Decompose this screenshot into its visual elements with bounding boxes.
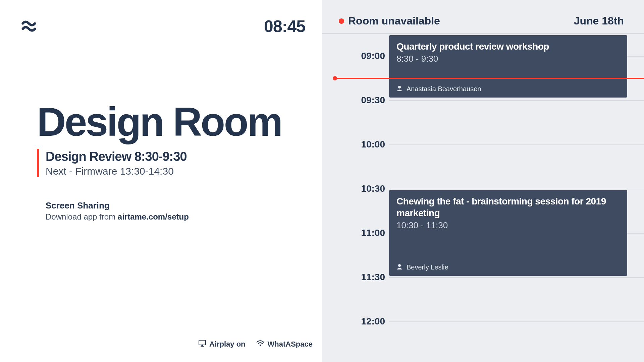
person-icon: [396, 263, 402, 271]
svg-point-1: [259, 345, 261, 346]
screen-sharing-url: airtame.com/setup: [118, 212, 189, 221]
screen-sharing-info: Screen Sharing Download app from airtame…: [37, 200, 305, 222]
room-name: Design Room: [37, 101, 305, 143]
time-label: 10:00: [361, 139, 385, 150]
current-meeting: Design Review 8:30-9:30: [46, 149, 305, 165]
airplay-status: Airplay on: [199, 340, 246, 349]
room-display-app: 08:45 Design Room Design Review 8:30-9:3…: [0, 0, 644, 362]
calendar-panel: Room unavailable June 18th 09:00 09:30 1…: [322, 0, 644, 362]
clock-display: 08:45: [264, 17, 305, 36]
room-info: Design Room Design Review 8:30-9:30 Next…: [37, 101, 305, 222]
event-title: Chewing the fat - brainstorming session …: [396, 195, 620, 219]
airplay-icon: [199, 340, 206, 349]
event-organizer: Anastasia Beaverhausen: [396, 85, 620, 93]
time-label: 11:30: [361, 272, 385, 283]
footer-status: Airplay on WhatASpace: [0, 340, 313, 349]
wifi-label: WhatASpace: [268, 340, 313, 349]
organizer-name: Beverly Leslie: [407, 263, 448, 271]
event-time: 10:30 - 11:30: [396, 220, 620, 231]
screen-sharing-title: Screen Sharing: [46, 200, 305, 211]
svg-point-3: [398, 264, 401, 267]
calendar-event[interactable]: Quarterly product review workshop 8:30 -…: [389, 35, 627, 98]
wifi-icon: [256, 340, 264, 349]
time-slot: 09:30: [322, 78, 389, 122]
event-time: 8:30 - 9:30: [396, 54, 620, 64]
current-time-indicator: [335, 78, 644, 79]
time-slot: 11:00: [322, 211, 389, 255]
time-label: 09:30: [361, 95, 385, 106]
next-meeting: Next - Firmware 13:30-14:30: [46, 166, 305, 177]
status-dot-icon: [339, 18, 344, 24]
time-slot: 11:30: [322, 255, 389, 299]
svg-rect-0: [199, 340, 206, 345]
date-label: June 18th: [574, 15, 624, 27]
calendar-event[interactable]: Chewing the fat - brainstorming session …: [389, 190, 627, 276]
wifi-status: WhatASpace: [256, 340, 313, 349]
info-panel: 08:45 Design Room Design Review 8:30-9:3…: [0, 0, 322, 362]
time-label: 12:00: [361, 316, 385, 327]
timeline: 09:00 09:30 10:00 10:30 11:00 11:30 12:0…: [322, 34, 644, 329]
person-icon: [396, 85, 402, 93]
event-title: Quarterly product review workshop: [396, 41, 620, 52]
availability-label: Room unavailable: [348, 15, 440, 27]
time-label: 09:00: [361, 51, 385, 61]
current-next-block: Design Review 8:30-9:30 Next - Firmware …: [37, 149, 305, 177]
airplay-label: Airplay on: [209, 340, 246, 349]
time-slot: 09:00: [322, 34, 389, 78]
time-slot: 10:30: [322, 167, 389, 211]
availability-status: Room unavailable: [339, 15, 440, 27]
brand-logo-icon: [21, 19, 305, 33]
time-slot: 10:00: [322, 122, 389, 167]
screen-sharing-body: Download app from airtame.com/setup: [46, 212, 305, 222]
time-slot: 12:00: [322, 299, 389, 344]
svg-point-2: [398, 86, 401, 88]
calendar-header: Room unavailable June 18th: [322, 0, 644, 33]
organizer-name: Anastasia Beaverhausen: [407, 85, 481, 93]
event-organizer: Beverly Leslie: [396, 263, 620, 271]
time-label: 10:30: [361, 183, 385, 194]
screen-sharing-prefix: Download app from: [46, 212, 118, 221]
time-label: 11:00: [361, 228, 385, 238]
